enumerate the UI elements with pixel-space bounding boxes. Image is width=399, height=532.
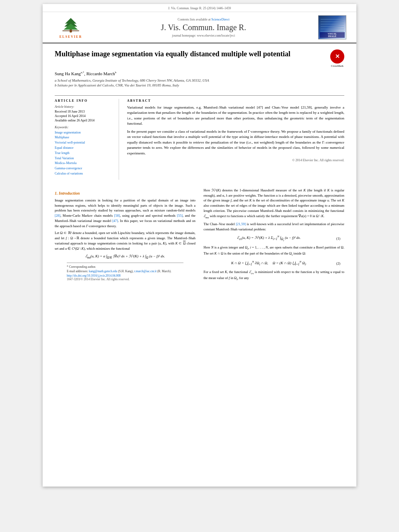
- email2-link[interactable]: r.march@iac.cnr.it: [134, 269, 156, 273]
- corresponding-author-note: * Corresponding author.: [67, 265, 183, 269]
- rights-line: 1047-3203/© 2014 Elsevier Inc. All right…: [67, 277, 183, 281]
- svg-rect-5: [62, 31, 79, 31]
- ref-58[interactable]: [58]: [114, 214, 120, 218]
- journal-title-area: Contents lists available at ScienceDirec…: [91, 18, 316, 37]
- article-title-section: Multiphase image segmentation via equall…: [43, 43, 356, 95]
- page: J. Vis. Commun. Image R. 25 (2014) 1446–…: [43, 4, 356, 487]
- keyword-9[interactable]: Calculus of variations: [55, 171, 113, 177]
- keyword-2[interactable]: Multiphase: [55, 135, 113, 140]
- visual-image-logo: VISUALIMAGE: [318, 15, 346, 39]
- visual-image-label: VISUALIMAGE: [320, 32, 345, 38]
- abstract-text: Variational models for image segmentatio…: [127, 105, 344, 156]
- author1-name: Sung Ha Kang: [55, 71, 81, 76]
- abstract-label: ABSTRACT: [127, 99, 344, 103]
- formula-cv-content: ℰcv(u, K) = ℋ¹(K) + λ Σi=1N ∫Ωi (u − f)²…: [208, 235, 330, 241]
- article-title: Multiphase image segmentation via equall…: [55, 49, 326, 59]
- footnotes-section: * Corresponding author. E-mail addresses…: [67, 263, 183, 281]
- journal-logo-area: VISUALIMAGE: [316, 15, 348, 39]
- keyword-8[interactable]: Gamma-convergence: [55, 166, 113, 171]
- formula-k-content: K ∩ Ω = ⋃i=1N ∂Ωi ∩ Ω, Ω = (K ∩ Ω) ⋃i=1N…: [208, 260, 330, 266]
- article-info-abstract-wrapper: ARTICLE INFO Article history: Received 1…: [55, 95, 344, 183]
- email-label: E-mail addresses:: [67, 269, 88, 273]
- elsevier-label: ELSEVIER: [60, 35, 82, 39]
- formula-cv-number: (1): [330, 236, 340, 240]
- email2-name: (R. March).: [157, 269, 171, 273]
- abstract-column: ABSTRACT Variational models for image se…: [127, 99, 344, 180]
- formula-k: K ∩ Ω = ⋃i=1N ∂Ωi ∩ Ω, Ω = (K ∩ Ω) ⋃i=1N…: [208, 260, 340, 266]
- keyword-4[interactable]: Equal distance: [55, 146, 113, 151]
- journal-citation: J. Vis. Commun. Image R. 25 (2014) 1446–…: [168, 6, 231, 10]
- article-info-label: ARTICLE INFO: [55, 99, 113, 103]
- journal-main-title: J. Vis. Commun. Image R.: [95, 23, 312, 32]
- right-para2: The Chan–Vese model [21,59] is well-know…: [204, 222, 344, 232]
- affiliation-a: a School of Mathematics, Georgia Institu…: [55, 78, 344, 82]
- email-addresses: E-mail addresses: kang@math.gatech.edu (…: [67, 269, 183, 273]
- crossmark-icon: ✕: [335, 53, 340, 60]
- available-date: Available online 26 April 2014: [55, 119, 113, 122]
- intro-para1: Image segmentation consists in looking f…: [55, 198, 195, 229]
- formula-k-number: (2): [330, 261, 340, 265]
- abstract-para2: In the present paper we consider a class…: [127, 129, 344, 156]
- author1-super: a,*: [81, 71, 84, 76]
- keyword-1[interactable]: Image segmentation: [55, 130, 113, 136]
- author2-super: b: [115, 71, 117, 76]
- body-left-column: 1. Introduction Image segmentation consi…: [55, 188, 195, 284]
- keyword-6[interactable]: Total Variation: [55, 156, 113, 161]
- received-date: Received 18 June 2013: [55, 110, 113, 113]
- ref-21-59[interactable]: [21,59]: [236, 222, 246, 226]
- history-label: Article history:: [55, 105, 113, 109]
- ref-28[interactable]: [28]: [55, 214, 60, 218]
- elsevier-logo-area: ELSEVIER: [51, 16, 91, 39]
- affiliation-b: b Istituto per le Applicazioni del Calco…: [55, 83, 344, 87]
- copyright-line: © 2014 Elsevier Inc. All rights reserved…: [127, 158, 344, 162]
- journal-citation-bar: J. Vis. Commun. Image R. 25 (2014) 1446–…: [43, 4, 356, 12]
- info-abstract-columns: ARTICLE INFO Article history: Received 1…: [55, 95, 344, 183]
- formula-ms: ℰms(u, K) = α ∫Ω\K |∇u|² dx + ℋ¹(K) + λ …: [59, 254, 191, 259]
- right-para1: Here ℋ¹(K) denotes the 1-dimensional Hau…: [204, 188, 344, 220]
- right-para3: Here N is a given integer and Ωi, i = 1,…: [204, 245, 344, 257]
- formula-cv: ℰcv(u, K) = ℋ¹(K) + λ Σi=1N ∫Ωi (u − f)²…: [208, 235, 340, 241]
- intro-para2: Let Ω ⊂ ℝ² denote a bounded, open set wi…: [55, 230, 195, 251]
- crossmark-label: CrossMark: [330, 64, 344, 68]
- accepted-date: Accepted 16 April 2014: [55, 114, 113, 118]
- abstract-para1: Variational models for image segmentatio…: [127, 105, 344, 127]
- doi-link[interactable]: http://dx.doi.org/10.1016/j.jvcir.2014.0…: [67, 274, 183, 277]
- keyword-3[interactable]: Vectorial well-potential: [55, 140, 113, 146]
- doi-anchor[interactable]: http://dx.doi.org/10.1016/j.jvcir.2014.0…: [67, 274, 121, 277]
- science-direct-line: Contents lists available at ScienceDirec…: [95, 18, 312, 21]
- elsevier-tree-icon: [59, 16, 83, 34]
- ref-55[interactable]: [55]: [177, 214, 183, 218]
- affiliations: a School of Mathematics, Georgia Institu…: [55, 78, 344, 87]
- email1-link[interactable]: kang@math.gatech.edu: [89, 269, 117, 273]
- authors-line: Sung Ha Kanga,*, Riccardo Marchb: [55, 71, 344, 76]
- body-right-column: Here ℋ¹(K) denotes the 1-dimensional Hau…: [204, 188, 344, 284]
- intro-heading: 1. Introduction: [55, 191, 195, 195]
- right-para4: For a fixed set K, the functional ℰcv is…: [204, 269, 344, 282]
- sciencedirect-link[interactable]: ScienceDirect: [212, 18, 230, 21]
- keyword-5[interactable]: True length: [55, 151, 113, 156]
- ref-47[interactable]: [47]: [112, 219, 118, 223]
- keywords-section: Keywords: Image segmentation Multiphase …: [55, 125, 113, 177]
- article-history: Article history: Received 18 June 2013 A…: [55, 105, 113, 122]
- main-body: 1. Introduction Image segmentation consi…: [43, 183, 356, 289]
- author2-name: , Riccardo March: [84, 71, 115, 76]
- journal-homepage: journal homepage: www.elsevier.com/locat…: [95, 34, 312, 37]
- crossmark-badge[interactable]: ✕: [330, 49, 344, 64]
- keywords-label: Keywords:: [55, 125, 113, 129]
- email1-name: (S.H. Kang),: [118, 269, 134, 273]
- article-info-column: ARTICLE INFO Article history: Received 1…: [55, 99, 119, 180]
- keywords-list: Image segmentation Multiphase Vectorial …: [55, 130, 113, 177]
- journal-header: ELSEVIER Contents lists available at Sci…: [43, 12, 356, 43]
- keyword-7[interactable]: Modica–Mortola: [55, 161, 113, 166]
- formula-ms-content: ℰms(u, K) = α ∫Ω\K |∇u|² dx + ℋ¹(K) + λ …: [59, 254, 191, 259]
